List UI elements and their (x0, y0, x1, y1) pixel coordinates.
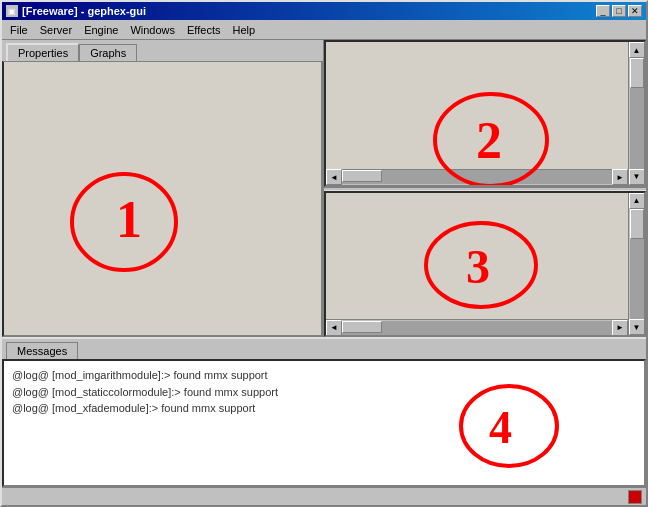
annotation-1: 1 (64, 162, 184, 282)
tab-graphs[interactable]: Graphs (79, 44, 137, 61)
h-scroll-thumb-2[interactable] (342, 321, 382, 333)
status-indicator (628, 490, 642, 504)
scroll-up-btn[interactable]: ▲ (629, 42, 645, 58)
scroll-up-btn-2[interactable]: ▲ (629, 193, 645, 209)
svg-text:3: 3 (466, 240, 490, 293)
scroll-down-btn[interactable]: ▼ (629, 169, 645, 185)
right-panel: ▲ ▼ ◄ ► 2 (324, 40, 646, 337)
status-bar (2, 487, 646, 505)
right-bottom-hscrollbar[interactable]: ◄ ► (326, 319, 628, 335)
scroll-left-btn-2[interactable]: ◄ (326, 320, 342, 336)
minimize-button[interactable]: _ (596, 5, 610, 17)
right-top-panel: ▲ ▼ ◄ ► 2 (324, 40, 646, 187)
tabs-bar: Properties Graphs (2, 40, 323, 61)
svg-point-4 (426, 223, 536, 307)
log-line-1: @log@ [mod_imgarithmodule]:> found mmx s… (12, 367, 636, 384)
menu-file[interactable]: File (4, 22, 34, 38)
annotation-3: 3 (416, 213, 546, 323)
maximize-button[interactable]: □ (612, 5, 626, 17)
scroll-right-btn-2[interactable]: ► (612, 320, 628, 336)
scroll-left-btn[interactable]: ◄ (326, 169, 342, 185)
menu-engine[interactable]: Engine (78, 22, 124, 38)
menu-help[interactable]: Help (226, 22, 261, 38)
h-scroll-thumb[interactable] (342, 170, 382, 182)
menu-server[interactable]: Server (34, 22, 78, 38)
window-title: [Freeware] - gephex-gui (22, 5, 146, 17)
right-top-hscrollbar[interactable]: ◄ ► (326, 169, 628, 185)
scroll-down-btn-2[interactable]: ▼ (629, 319, 645, 335)
svg-text:1: 1 (116, 191, 142, 248)
title-controls: _ □ ✕ (596, 5, 642, 17)
right-top-vscrollbar[interactable]: ▲ ▼ (628, 42, 644, 185)
scroll-track-2 (630, 209, 644, 320)
scroll-track (630, 58, 644, 169)
left-panel: Properties Graphs 1 (2, 40, 324, 337)
menu-bar: File Server Engine Windows Effects Help (2, 20, 646, 40)
scroll-thumb-2[interactable] (630, 209, 644, 239)
h-scroll-track-2 (342, 321, 612, 335)
title-bar: ▣ [Freeware] - gephex-gui _ □ ✕ (2, 2, 646, 20)
right-bottom-vscrollbar[interactable]: ▲ ▼ (628, 193, 644, 336)
properties-content: 1 (2, 61, 323, 337)
right-bottom-panel: ▲ ▼ ◄ ► 3 (324, 191, 646, 338)
close-button[interactable]: ✕ (628, 5, 642, 17)
menu-effects[interactable]: Effects (181, 22, 226, 38)
scroll-right-btn[interactable]: ► (612, 169, 628, 185)
messages-content: @log@ [mod_imgarithmodule]:> found mmx s… (2, 359, 646, 487)
tab-properties[interactable]: Properties (6, 43, 79, 61)
menu-windows[interactable]: Windows (124, 22, 181, 38)
main-content: Properties Graphs 1 ▲ (2, 40, 646, 337)
bottom-panel: Messages @log@ [mod_imgarithmodule]:> fo… (2, 337, 646, 487)
tab-messages[interactable]: Messages (6, 342, 78, 359)
window-icon: ▣ (6, 5, 18, 17)
svg-text:2: 2 (476, 112, 502, 169)
window-frame: ▣ [Freeware] - gephex-gui _ □ ✕ File Ser… (0, 0, 648, 507)
h-scroll-track (342, 170, 612, 184)
log-line-3: @log@ [mod_xfademodule]:> found mmx supp… (12, 400, 636, 417)
scroll-thumb[interactable] (630, 58, 644, 88)
svg-point-0 (72, 174, 176, 270)
messages-tab-bar: Messages (2, 339, 646, 359)
log-line-2: @log@ [mod_staticcolormodule]:> found mm… (12, 384, 636, 401)
